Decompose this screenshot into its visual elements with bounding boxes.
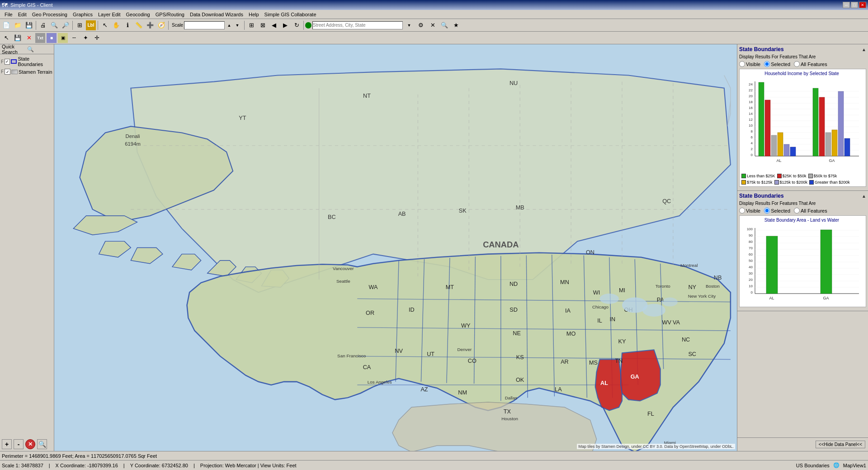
svg-text:MEXICO: MEXICO: [491, 451, 524, 451]
gps-search-btn[interactable]: 🔍: [439, 20, 450, 31]
tb2-text[interactable]: Txt: [35, 33, 46, 43]
svg-text:KY: KY: [618, 338, 626, 345]
secondary-toolbar: ↖ 💾 ✕ Txt ■ ▣ ╌ ✦ ✛: [0, 32, 868, 44]
zoom-in-btn[interactable]: 🔍: [49, 20, 60, 31]
zoom-layer-btn[interactable]: ⊠: [257, 20, 268, 31]
income-chart-title: Household Income by Selected State: [741, 71, 862, 76]
tb2-select[interactable]: ↖: [1, 33, 12, 43]
scale-up-btn[interactable]: ▲: [226, 20, 233, 31]
label-btn[interactable]: Lbl: [85, 20, 96, 31]
menu-edit[interactable]: Edit: [15, 11, 29, 18]
open-btn[interactable]: 📁: [12, 20, 23, 31]
gps-settings-btn[interactable]: ⚙: [415, 20, 426, 31]
main-toolbar: 📄 📁 💾 🖨 🔍 🔎 ⊞ Lbl ↖ ✋ ℹ 📏 ➕ 🧭 Scale 1: 3…: [0, 19, 868, 32]
new-btn[interactable]: 📄: [1, 20, 12, 31]
tb2-fill[interactable]: ▣: [57, 33, 68, 43]
layers-btn[interactable]: ⊞: [74, 20, 85, 31]
svg-text:SC: SC: [688, 351, 696, 357]
projection-status: Projection: Web Mercator | View Units: F…: [200, 463, 297, 468]
tb2-delete[interactable]: ✕: [24, 33, 34, 43]
clear-selection-btn[interactable]: ✕: [25, 439, 35, 449]
layer-checkbox-stamen[interactable]: ✓: [5, 69, 10, 75]
menu-gpsrouting[interactable]: GPS/Routing: [153, 11, 187, 18]
search-btn[interactable]: 🔎: [60, 20, 71, 31]
identify-btn[interactable]: ℹ: [122, 20, 133, 31]
tb2-save[interactable]: 💾: [12, 33, 23, 43]
layer-checkbox-state[interactable]: ✓: [5, 59, 10, 65]
radio-allfeatures-2[interactable]: All Features: [794, 208, 827, 214]
menu-help[interactable]: Help: [246, 11, 262, 18]
forward-btn[interactable]: ▶: [280, 20, 291, 31]
legend-lt25k: Less than $25K: [741, 174, 775, 178]
layer-expand-state[interactable]: F: [1, 59, 4, 64]
nav-btn[interactable]: 🧭: [156, 20, 167, 31]
map-svg: YT NT NU BC AB SK MB QC ON NB NL NB CANA…: [54, 44, 737, 451]
menu-graphics[interactable]: Graphics: [70, 11, 95, 18]
zoom-search-btn[interactable]: 🔍: [37, 439, 47, 449]
close-btn[interactable]: ✕: [859, 2, 866, 8]
pan-btn[interactable]: ✋: [111, 20, 122, 31]
quick-search-icon[interactable]: 🔍: [27, 46, 52, 52]
svg-rect-129: [813, 88, 818, 156]
minimize-btn[interactable]: ─: [843, 2, 850, 8]
radio-allfeatures-1[interactable]: All Features: [794, 61, 827, 67]
legend-label-125k200k: $125k to $200k: [780, 180, 808, 185]
layer-label-state: State Boundaries: [18, 56, 53, 67]
measure-btn[interactable]: 📏: [133, 20, 144, 31]
landwater-chart-svg: 0 10 20 30 40 50 60 70 80 90 100: [741, 223, 859, 305]
layer-expand-stamen[interactable]: F: [1, 69, 4, 74]
radio-selected-1[interactable]: Selected: [764, 61, 790, 67]
svg-rect-134: [844, 138, 850, 156]
svg-text:NB: NB: [714, 275, 722, 281]
perimeter-area-status: Perimeter = 1468901.9869 Feet; Area = 11…: [2, 453, 157, 459]
menu-collaborate[interactable]: Simple GIS Collaborate: [262, 11, 319, 18]
gps-bookmark-btn[interactable]: ★: [451, 20, 462, 31]
print-btn[interactable]: 🖨: [38, 20, 48, 31]
layer-item-state-boundaries[interactable]: F ✓ State Boundaries: [1, 55, 53, 68]
menu-geocoding[interactable]: Geocoding: [123, 11, 153, 18]
scale-input[interactable]: 1: 34878837: [184, 21, 225, 29]
svg-text:50: 50: [749, 259, 753, 263]
scale-down-btn[interactable]: ▼: [234, 20, 241, 31]
svg-text:MB: MB: [516, 204, 524, 211]
zoom-plus-btn[interactable]: +: [2, 439, 12, 449]
main-content: Quick Search 🔍 F ✓ State Boundaries F ✓ …: [0, 44, 868, 451]
back-btn[interactable]: ◀: [269, 20, 279, 31]
svg-text:NM: NM: [458, 389, 467, 396]
svg-text:NC: NC: [682, 337, 690, 343]
zoom-full-btn[interactable]: ⊞: [246, 20, 257, 31]
maximize-btn[interactable]: □: [851, 2, 858, 8]
refresh-btn[interactable]: ↻: [291, 20, 302, 31]
svg-text:Dallas: Dallas: [505, 395, 517, 400]
layer-item-stamen[interactable]: F ✓ Stamen Terrain: [1, 68, 53, 76]
menu-layeredit[interactable]: Layer Edit: [95, 11, 123, 18]
zoom-minus-btn[interactable]: -: [14, 439, 24, 449]
boundaries-status: US Boundaries: [796, 463, 830, 468]
svg-text:10: 10: [749, 284, 753, 288]
menu-datadownload[interactable]: Data Download Wizards: [187, 11, 246, 18]
income-chart-svg: 0 2 4 6 8 10 12 14 16 18 20 22 24: [741, 77, 859, 172]
radio-visible-1[interactable]: Visible: [739, 61, 760, 67]
tb2-cursor[interactable]: ✛: [91, 33, 102, 43]
save-btn[interactable]: 💾: [24, 20, 34, 31]
gps-clear-btn[interactable]: ✕: [427, 20, 438, 31]
gps-go-btn[interactable]: ▼: [404, 20, 415, 31]
menu-file[interactable]: File: [2, 11, 15, 18]
section-1-close[interactable]: ▲: [862, 47, 866, 52]
menu-geoprocessing[interactable]: Geo Processing: [29, 11, 70, 18]
select-btn[interactable]: ↖: [99, 20, 110, 31]
tb2-line[interactable]: ╌: [69, 33, 80, 43]
svg-text:OK: OK: [516, 377, 524, 383]
hide-panel-btn[interactable]: <<Hide Data Panel<<: [816, 441, 865, 448]
gps-search-input[interactable]: [312, 21, 403, 29]
svg-text:ON: ON: [586, 249, 594, 256]
section-2-close[interactable]: ▲: [862, 194, 866, 199]
radio-selected-2[interactable]: Selected: [764, 208, 790, 214]
tb2-color[interactable]: ■: [46, 33, 57, 43]
tb2-points[interactable]: ✦: [80, 33, 91, 43]
map-area[interactable]: YT NT NU BC AB SK MB QC ON NB NL NB CANA…: [54, 44, 737, 451]
radio-visible-2[interactable]: Visible: [739, 208, 760, 214]
mapview-status: MapView1: [843, 463, 866, 468]
radio-selected-label-1: Selected: [771, 62, 790, 67]
add-btn[interactable]: ➕: [145, 20, 156, 31]
